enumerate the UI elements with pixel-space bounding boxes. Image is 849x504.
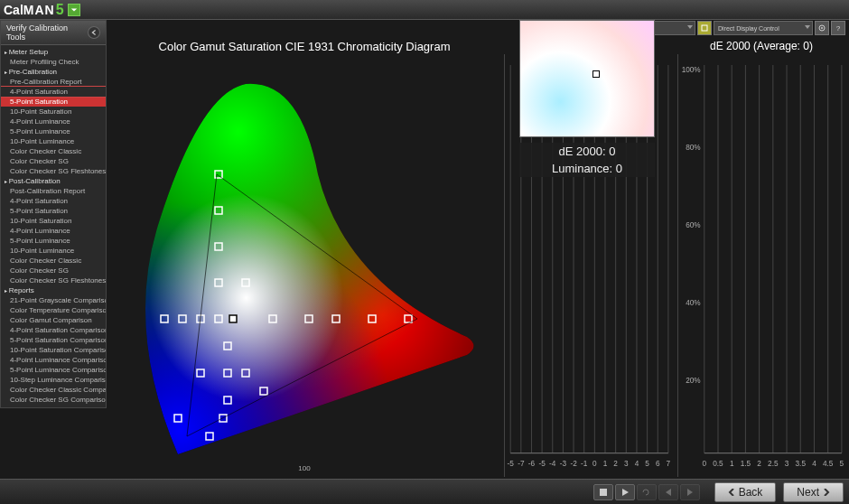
tree-item[interactable]: Color Temperature Comparison — [1, 305, 106, 315]
tree-item[interactable]: 5-Point Luminance — [1, 236, 106, 246]
svg-text:2.5: 2.5 — [768, 460, 779, 468]
sidebar-header: Verify Calibration Tools — [1, 21, 106, 45]
svg-text:2: 2 — [613, 460, 618, 468]
tree-item[interactable]: Meter Profiling Check — [1, 57, 106, 67]
de2000-chart: 00.511.522.533.544.55100%80%60%40%20% — [677, 54, 845, 477]
svg-text:0.5: 0.5 — [713, 460, 723, 468]
play-icon[interactable] — [615, 484, 635, 500]
collapse-icon[interactable] — [88, 26, 100, 39]
tree-group[interactable]: Pre-Calibration — [1, 67, 106, 77]
bottom-bar: Back Next — [0, 479, 849, 504]
brand-bar: CalMAN5 — [0, 0, 849, 20]
tree-item[interactable]: Color Checker Classic — [1, 146, 106, 156]
tree-item[interactable]: Color Checker SG Comparison — [1, 395, 106, 405]
svg-text:5: 5 — [840, 460, 844, 468]
svg-text:?: ? — [836, 24, 841, 33]
svg-text:-7: -7 — [518, 460, 525, 468]
tree-item[interactable]: 10-Point Luminance — [1, 246, 106, 256]
svg-text:-2: -2 — [570, 460, 577, 468]
tree-group[interactable]: Post-Calibration — [1, 176, 106, 186]
readouts: dE 2000: 0 Luminance: 0 — [519, 143, 655, 177]
tree-item[interactable]: Color Checker SG — [1, 156, 106, 166]
tree-item[interactable]: Color Checker Classic — [1, 256, 106, 266]
color-swatch — [519, 20, 655, 137]
svg-text:-4: -4 — [549, 460, 556, 468]
tree-item[interactable]: 5-Point Luminance — [1, 126, 106, 136]
de2000-readout: dE 2000: 0 — [519, 143, 655, 160]
svg-text:0: 0 — [592, 460, 597, 468]
tree-item[interactable]: 10-Step Luminance Comparison — [1, 375, 106, 385]
svg-text:1.5: 1.5 — [741, 460, 751, 468]
tree-item[interactable]: Color Checker SG Fleshtones — [1, 166, 106, 176]
svg-text:40%: 40% — [686, 299, 701, 307]
logo-mid: MAN — [23, 3, 55, 17]
tree-item[interactable]: Color Gamut Comparison — [1, 315, 106, 325]
settings-icon[interactable] — [815, 21, 829, 35]
de2000-title: dE 2000 (Average: 0) — [677, 38, 845, 54]
tree-group[interactable]: Meter Setup — [1, 47, 106, 57]
svg-text:20%: 20% — [686, 377, 701, 385]
tree-group[interactable]: Reports — [1, 285, 106, 295]
svg-text:-1: -1 — [581, 460, 588, 468]
svg-rect-9 — [110, 57, 499, 472]
svg-text:5: 5 — [645, 460, 649, 468]
tree-item[interactable]: Color Checker SG Fleshtones — [1, 275, 106, 285]
svg-text:2: 2 — [757, 460, 761, 468]
back-button[interactable]: Back — [714, 482, 777, 502]
svg-text:-3: -3 — [560, 460, 567, 468]
svg-rect-96 — [600, 489, 607, 496]
tree-item[interactable]: 5-Point Saturation Comparison — [1, 335, 106, 345]
source-action-icon[interactable] — [697, 21, 712, 35]
logo-suffix: 5 — [56, 2, 64, 18]
tree-item[interactable]: 4-Point Saturation — [1, 196, 106, 206]
tree-item[interactable]: 5-Point Saturation — [1, 206, 106, 216]
svg-text:4: 4 — [635, 460, 639, 468]
svg-text:3: 3 — [785, 460, 789, 468]
svg-text:7: 7 — [667, 460, 671, 468]
logo-prefix: Cal — [4, 3, 23, 17]
app-logo: CalMAN5 — [4, 2, 64, 18]
prev-icon[interactable] — [658, 484, 678, 500]
tree-item[interactable]: 10-Point Saturation Comparison — [1, 345, 106, 355]
cie-title: Color Gamut Saturation CIE 1931 Chromati… — [110, 38, 499, 57]
tree-item[interactable]: Pre-Calibration Report — [1, 77, 106, 87]
next-button[interactable]: Next — [783, 482, 844, 502]
next-icon[interactable] — [680, 484, 700, 500]
chevron-right-icon — [823, 489, 830, 496]
sidebar-title: Verify Calibration Tools — [6, 23, 88, 42]
help-icon[interactable]: ? — [831, 21, 845, 35]
sidebar-tree: Meter SetupMeter Profiling CheckPre-Cali… — [1, 45, 106, 408]
svg-text:6: 6 — [656, 460, 660, 468]
svg-text:-5: -5 — [538, 460, 546, 468]
tree-item[interactable]: 4-Point Saturation — [1, 87, 106, 97]
tree-item[interactable]: 5-Point Saturation — [1, 97, 106, 107]
svg-text:3: 3 — [624, 460, 629, 468]
tree-item[interactable]: Post-Calibration Report — [1, 186, 106, 196]
repeat-icon[interactable] — [637, 484, 657, 500]
tree-item[interactable]: 10-Point Saturation — [1, 216, 106, 226]
display-dropdown[interactable]: Direct Display Control — [714, 21, 813, 35]
svg-text:0: 0 — [702, 460, 706, 468]
brand-dropdown[interactable] — [68, 4, 80, 16]
cie-diagram: 100 — [110, 57, 499, 472]
tree-item[interactable]: 4-Point Luminance — [1, 117, 106, 126]
stop-icon[interactable] — [593, 484, 613, 500]
tree-item[interactable]: 4-Point Luminance Comparison — [1, 355, 106, 365]
tree-item[interactable]: Color Checker SG — [1, 266, 106, 275]
tree-item[interactable]: 4-Point Saturation Comparison — [1, 325, 106, 335]
tree-item[interactable]: Color Checker Classic Comparison — [1, 385, 106, 395]
svg-text:100%: 100% — [682, 66, 702, 74]
swatch-marker — [592, 70, 600, 78]
tree-item[interactable]: 5-Point Luminance Comparison — [1, 365, 106, 375]
chevron-down-icon — [805, 25, 810, 29]
tree-item[interactable]: 4-Point Luminance — [1, 226, 106, 236]
media-controls — [593, 484, 700, 500]
tree-item[interactable]: 10-Point Luminance — [1, 136, 106, 146]
svg-text:60%: 60% — [686, 221, 701, 229]
tree-item[interactable]: Color Checker SG Fleshtones — [1, 405, 106, 408]
tree-item[interactable]: 21-Point Grayscale Comparison — [1, 295, 106, 305]
cie-panel: Color Gamut Saturation CIE 1931 Chromati… — [110, 38, 499, 477]
tree-item[interactable]: 10-Point Saturation — [1, 107, 106, 117]
svg-text:4: 4 — [812, 460, 816, 468]
luminance-readout: Luminance: 0 — [519, 160, 655, 177]
